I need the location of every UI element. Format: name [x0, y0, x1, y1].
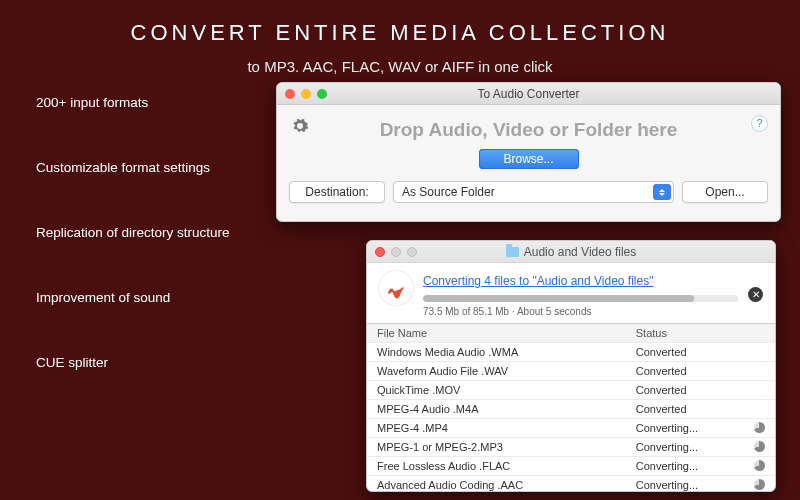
progress-fill [423, 295, 694, 302]
cell-status: Converting... [636, 479, 749, 491]
col-filename: File Name [377, 327, 636, 339]
destination-label-button[interactable]: Destination: [289, 181, 385, 203]
cancel-icon[interactable]: ✕ [748, 287, 763, 302]
table-header: File Name Status [367, 323, 775, 342]
cell-status: Converted [636, 346, 749, 358]
cell-busy [749, 346, 765, 358]
zoom-icon[interactable] [407, 247, 417, 257]
cell-busy [749, 365, 765, 377]
chevron-updown-icon [653, 184, 671, 200]
destination-value: As Source Folder [402, 185, 495, 199]
cell-busy [749, 422, 765, 434]
table-row[interactable]: Free Lossless Audio .FLACConverting... [367, 456, 775, 475]
folder-icon [506, 247, 519, 257]
cell-filename: Advanced Audio Coding .AAC [377, 479, 636, 491]
table-row[interactable]: Advanced Audio Coding .AACConverting... [367, 475, 775, 494]
cell-status: Converted [636, 403, 749, 415]
table-row[interactable]: QuickTime .MOVConverted [367, 380, 775, 399]
open-button[interactable]: Open... [682, 181, 768, 203]
cell-filename: Free Lossless Audio .FLAC [377, 460, 636, 472]
cell-filename: Windows Media Audio .WMA [377, 346, 636, 358]
page-subhead: to MP3. AAC, FLAC, WAV or AIFF in one cl… [0, 58, 800, 75]
spinner-icon [754, 479, 765, 490]
page-headline: CONVERT ENTIRE MEDIA COLLECTION [0, 0, 800, 46]
feature-item: 200+ input formats [36, 95, 230, 110]
table-row[interactable]: Waveform Audio File .WAVConverted [367, 361, 775, 380]
window-title: To Audio Converter [277, 87, 780, 101]
feature-item: Replication of directory structure [36, 225, 230, 240]
window-title: Audio and Video files [524, 245, 637, 259]
cell-filename: Waveform Audio File .WAV [377, 365, 636, 377]
progress-bar [423, 295, 738, 302]
cell-status: Converting... [636, 422, 749, 434]
feature-item: CUE splitter [36, 355, 230, 370]
cell-status: Converted [636, 384, 749, 396]
progress-status: 73.5 Mb of 85.1 Mb · About 5 seconds [423, 306, 738, 317]
cell-filename: MPEG-4 Audio .M4A [377, 403, 636, 415]
cell-busy [749, 441, 765, 453]
table-row[interactable]: MPEG-4 .MP4Converting... [367, 418, 775, 437]
browse-button[interactable]: Browse... [479, 149, 579, 169]
cell-status: Converted [636, 365, 749, 377]
cell-busy [749, 403, 765, 415]
table-row[interactable]: Windows Media Audio .WMAConverted [367, 342, 775, 361]
spinner-icon [754, 441, 765, 452]
cell-filename: QuickTime .MOV [377, 384, 636, 396]
cell-busy [749, 479, 765, 491]
cell-status: Converting... [636, 441, 749, 453]
cell-busy [749, 384, 765, 396]
table-row[interactable]: MPEG-4 Audio .M4AConverted [367, 399, 775, 418]
feature-list: 200+ input formats Customizable format s… [36, 95, 230, 420]
gear-icon[interactable] [291, 117, 309, 135]
converter-window: To Audio Converter ? Drop Audio, Video o… [276, 82, 781, 222]
col-status: Status [636, 327, 749, 339]
feature-item: Customizable format settings [36, 160, 230, 175]
progress-window: Audio and Video files Converting 4 files… [366, 240, 776, 492]
cell-filename: MPEG-1 or MPEG-2.MP3 [377, 441, 636, 453]
close-icon[interactable] [375, 247, 385, 257]
cell-filename: MPEG-4 .MP4 [377, 422, 636, 434]
spinner-icon [754, 460, 765, 471]
cell-status: Converting... [636, 460, 749, 472]
cell-busy [749, 460, 765, 472]
drop-area-text[interactable]: Drop Audio, Video or Folder here [277, 119, 780, 141]
help-icon[interactable]: ? [751, 115, 768, 132]
feature-item: Improvement of sound [36, 290, 230, 305]
minimize-icon[interactable] [391, 247, 401, 257]
titlebar[interactable]: Audio and Video files [367, 241, 775, 263]
destination-select[interactable]: As Source Folder [393, 181, 674, 203]
spinner-icon [754, 422, 765, 433]
progress-link[interactable]: Converting 4 files to "Audio and Video f… [423, 274, 653, 288]
app-icon [379, 271, 413, 305]
titlebar[interactable]: To Audio Converter [277, 83, 780, 105]
table-row[interactable]: MPEG-1 or MPEG-2.MP3Converting... [367, 437, 775, 456]
